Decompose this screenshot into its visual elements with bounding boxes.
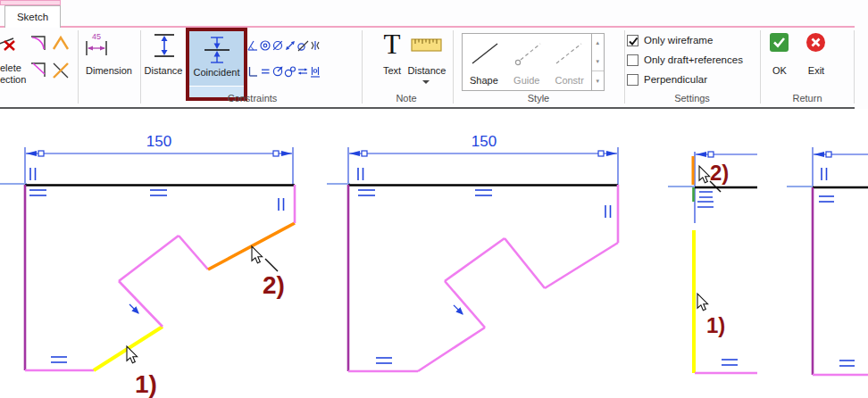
- horizontal-mark: [150, 190, 167, 195]
- distance-constraint-button[interactable]: Distance: [141, 65, 186, 76]
- dimension-value[interactable]: 150: [146, 133, 171, 150]
- sketch-canvas[interactable]: 150: [0, 109, 868, 398]
- fillet-corner-icon[interactable]: [29, 61, 48, 80]
- callout-1-label: 1): [135, 370, 157, 398]
- dimension-grip[interactable]: [273, 151, 279, 156]
- distance-note-button[interactable]: Distance: [404, 65, 450, 76]
- note-group-label: Note: [362, 93, 451, 104]
- sketch-3: 2) 1): [668, 152, 757, 373]
- distance-note-dropdown-icon[interactable]: [422, 80, 430, 84]
- horizontal-mark: [51, 357, 67, 362]
- checkbox-unchecked-icon: [627, 54, 638, 66]
- horizontal-mark: [722, 360, 738, 365]
- ribbon-top-border: [0, 26, 855, 28]
- constraints-group-label: Constraints: [143, 93, 362, 104]
- sketch-1: 150: [0, 133, 295, 398]
- horizontal-mark: [699, 192, 713, 197]
- checkbox-perpendicular[interactable]: Perpendicular: [627, 72, 707, 87]
- cursor-icon: [127, 346, 138, 363]
- dimension-grip[interactable]: [38, 151, 44, 156]
- checkbox-only-wireframe[interactable]: Only wireframe: [627, 33, 713, 47]
- dimension-icon: 45: [84, 30, 109, 57]
- horizontal-mark: [697, 202, 714, 207]
- coincident-icon: [202, 35, 232, 65]
- zigzag-edge[interactable]: [445, 281, 485, 328]
- text-icon: T: [379, 29, 405, 60]
- zigzag-edge[interactable]: [119, 236, 179, 281]
- fillet-icon[interactable]: [29, 34, 48, 54]
- angle-icon[interactable]: [246, 39, 259, 52]
- midpoint-icon[interactable]: [309, 65, 321, 78]
- sketch-2: 150: [327, 133, 618, 371]
- direction-arrow-icon: [454, 305, 463, 314]
- checkbox-only-draft-references[interactable]: Only draft+references: [627, 53, 743, 67]
- dimension-grip[interactable]: [826, 152, 831, 157]
- horizontal-mark: [819, 196, 834, 202]
- horizontal-mark: [475, 190, 492, 195]
- style-item-shape[interactable]: Shape: [463, 34, 505, 90]
- radius-icon[interactable]: [271, 65, 284, 78]
- ribbon-right-border: [854, 30, 855, 104]
- zigzag-edge[interactable]: [179, 236, 208, 269]
- distance-constraint-icon: [151, 32, 178, 59]
- dimension-arrow: [26, 151, 37, 156]
- parallel-mark: [358, 168, 363, 180]
- exit-icon[interactable]: [806, 33, 825, 52]
- style-item-constr[interactable]: Constr: [548, 34, 591, 90]
- dimension-value[interactable]: 150: [472, 133, 497, 150]
- coincident-button-label: Coincident: [189, 67, 244, 78]
- tangent-circles-icon[interactable]: [284, 65, 296, 78]
- tangent-icon[interactable]: [296, 39, 309, 52]
- dimension-arrow: [281, 151, 292, 156]
- constr-line-icon: [553, 40, 585, 67]
- parallel-mark: [279, 198, 284, 211]
- return-group-label: Return: [760, 93, 855, 104]
- symmetry-icon[interactable]: [309, 39, 321, 52]
- dimension-arrow: [349, 151, 360, 156]
- dimension-grip[interactable]: [708, 152, 714, 157]
- gallery-scroll-down[interactable]: ▼: [592, 53, 604, 71]
- gallery-scroll-up[interactable]: ▲: [592, 34, 604, 53]
- parallel-mark: [822, 168, 827, 180]
- cursor-icon: [699, 166, 710, 183]
- segment-2-after[interactable]: [545, 243, 618, 288]
- parallel-icon[interactable]: [296, 65, 309, 78]
- concentric-icon[interactable]: [259, 39, 271, 52]
- callout-1-label: 1): [706, 313, 725, 337]
- segment-1-after[interactable]: [418, 328, 485, 371]
- callout-2-label: 2): [710, 161, 729, 185]
- tab-sketch[interactable]: Sketch: [4, 5, 61, 28]
- app-window: Sketch elete ection 45: [0, 0, 868, 398]
- chamfer-cross-icon[interactable]: [51, 61, 71, 80]
- checkbox-unchecked-icon: [627, 74, 638, 86]
- zigzag-edge[interactable]: [445, 238, 505, 281]
- ok-icon[interactable]: [770, 33, 789, 52]
- equal-icon[interactable]: [259, 65, 271, 78]
- parallel-mark: [30, 168, 36, 180]
- zigzag-edge[interactable]: [119, 281, 163, 327]
- exit-button[interactable]: Exit: [803, 65, 830, 76]
- parallel-mark: [605, 205, 611, 218]
- dimension-grip[interactable]: [598, 151, 604, 156]
- ok-button[interactable]: OK: [766, 65, 793, 76]
- trim-icon[interactable]: [0, 34, 20, 52]
- delete-section-label[interactable]: elete ection: [0, 62, 26, 86]
- shape-line-icon: [469, 40, 501, 67]
- style-item-guide[interactable]: Guide: [505, 34, 548, 90]
- style-gallery: Shape Guide Constr ▲ ▼ ▼: [462, 33, 605, 91]
- dimension-button[interactable]: Dimension: [78, 65, 140, 76]
- callout-2-label: 2): [263, 271, 285, 299]
- gallery-expand[interactable]: ▼: [592, 70, 604, 90]
- cursor-icon: [697, 294, 708, 311]
- diameter-icon[interactable]: [271, 39, 284, 52]
- dimension-grip[interactable]: [362, 151, 367, 156]
- coincident-button[interactable]: Coincident: [186, 28, 247, 101]
- fix-icon[interactable]: [284, 39, 296, 52]
- dimension-arrow: [814, 152, 824, 157]
- perpendicular-icon[interactable]: [246, 65, 259, 78]
- chamfer-icon[interactable]: [51, 34, 71, 54]
- svg-text:45: 45: [92, 32, 101, 41]
- horizontal-mark: [358, 190, 375, 195]
- zigzag-edge[interactable]: [505, 238, 545, 288]
- horizontal-mark: [839, 361, 855, 366]
